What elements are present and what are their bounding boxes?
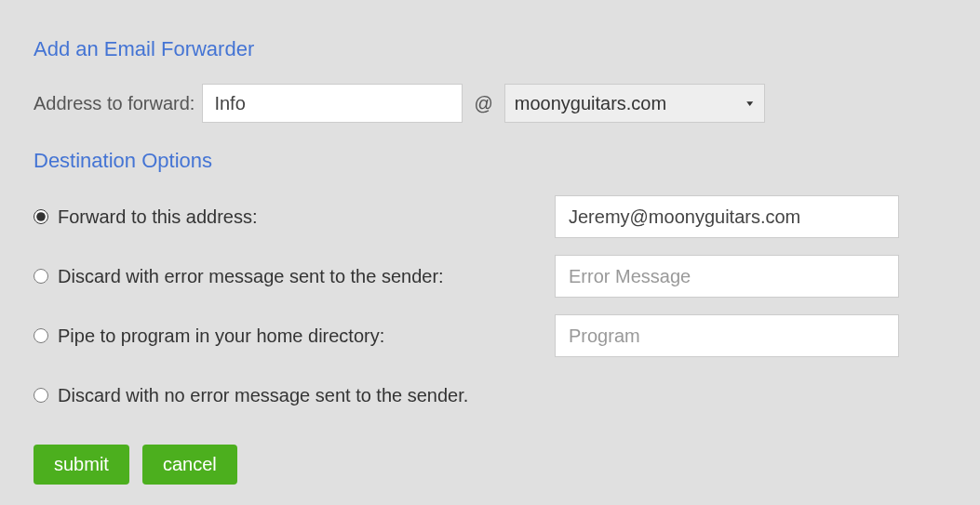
option-forward-radio-group: Forward to this address:: [34, 206, 555, 228]
option-forward-row: Forward to this address:: [34, 195, 946, 238]
at-symbol: @: [470, 93, 496, 114]
option-discard-error-radio-group: Discard with error message sent to the s…: [34, 266, 555, 287]
address-input[interactable]: [202, 84, 463, 123]
submit-button[interactable]: submit: [34, 445, 129, 485]
option-pipe-row: Pipe to program in your home directory:: [34, 314, 946, 357]
button-row: submit cancel: [34, 445, 946, 485]
forward-address-input[interactable]: [555, 195, 899, 238]
option-discard-error-radio[interactable]: [34, 269, 48, 284]
domain-select[interactable]: moonyguitars.com: [504, 84, 765, 123]
option-pipe-radio[interactable]: [34, 328, 48, 343]
cancel-button[interactable]: cancel: [142, 445, 237, 485]
option-pipe-radio-group: Pipe to program in your home directory:: [34, 326, 555, 347]
domain-select-wrapper: moonyguitars.com: [504, 84, 765, 123]
email-forwarder-panel: Add an Email Forwarder Address to forwar…: [0, 0, 980, 505]
option-discard-silent-row: Discard with no error message sent to th…: [34, 374, 946, 417]
destination-options-list: Forward to this address: Discard with er…: [34, 195, 946, 417]
program-input[interactable]: [555, 314, 899, 357]
option-pipe-label: Pipe to program in your home directory:: [58, 326, 384, 347]
add-forwarder-heading: Add an Email Forwarder: [34, 37, 946, 61]
address-label: Address to forward:: [34, 93, 195, 114]
option-forward-label: Forward to this address:: [58, 206, 258, 228]
option-forward-radio[interactable]: [34, 209, 48, 224]
error-message-input[interactable]: [555, 255, 899, 298]
option-discard-error-label: Discard with error message sent to the s…: [58, 266, 444, 287]
destination-options-heading: Destination Options: [34, 149, 946, 173]
option-discard-error-row: Discard with error message sent to the s…: [34, 255, 946, 298]
option-discard-silent-radio-group: Discard with no error message sent to th…: [34, 385, 555, 406]
address-row: Address to forward: @ moonyguitars.com: [34, 84, 946, 123]
option-discard-silent-radio[interactable]: [34, 388, 48, 403]
option-discard-silent-label: Discard with no error message sent to th…: [58, 385, 468, 406]
